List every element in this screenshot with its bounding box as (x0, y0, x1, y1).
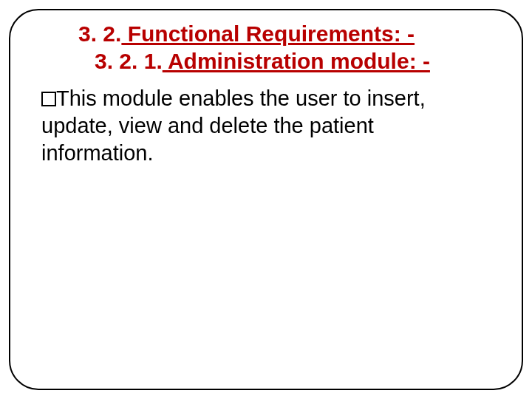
heading-block: 3. 2. Functional Requirements: - 3. 2. 1… (78, 21, 497, 75)
body-paragraph: This module enables the user to insert, … (41, 85, 485, 167)
slide-frame: 3. 2. Functional Requirements: - 3. 2. 1… (9, 9, 523, 390)
heading-line-2: 3. 2. 1. Administration module: - (95, 48, 497, 75)
heading-2-title: Administration module: - (163, 49, 430, 73)
body-text: This module enables the user to insert, … (41, 86, 426, 165)
heading-1-title: Functional Requirements: - (121, 21, 415, 46)
heading-1-number: 3. 2. (78, 21, 121, 46)
bullet-box-icon (41, 92, 56, 106)
heading-line-1: 3. 2. Functional Requirements: - (78, 21, 497, 48)
heading-2-number: 3. 2. 1. (95, 49, 163, 73)
